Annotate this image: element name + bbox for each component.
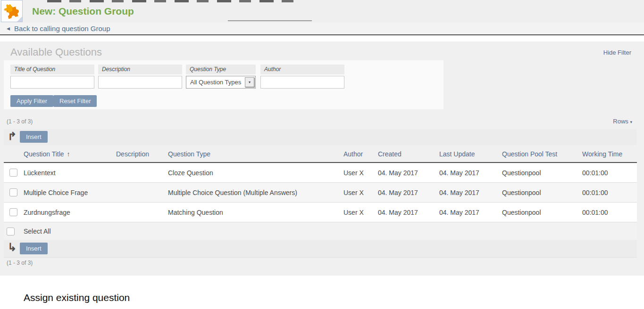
col-question-type[interactable]: Question Type — [165, 150, 341, 158]
insert-bottom-button[interactable]: Insert — [20, 243, 48, 254]
insert-above-arrow-icon: ↱ — [8, 130, 17, 143]
available-questions-panel: Available Questions Hide Filter Title of… — [0, 41, 644, 276]
col-created[interactable]: Created — [375, 150, 436, 158]
col-question-title[interactable]: Question Title↑ — [21, 150, 113, 158]
cell-question-type: Multiple Choice Question (Multiple Answe… — [165, 189, 341, 196]
filter-select-question-type[interactable]: All Question Types ▾ — [186, 76, 256, 89]
col-question-pool-test[interactable]: Question Pool Test — [499, 150, 579, 158]
sort-asc-icon: ↑ — [67, 150, 70, 158]
cell-question-pool-test: Questionpool — [499, 169, 579, 177]
cell-question-pool-test: Questionpool — [499, 209, 579, 216]
cell-author: User X — [341, 169, 375, 177]
questions-table: Question Title↑ Description Question Typ… — [4, 146, 637, 222]
filter-label-title: Title of Question — [10, 65, 94, 74]
pagination-top: (1 - 3 of 3) — [7, 118, 33, 125]
insert-toolbar-bottom: ↳ Insert — [4, 240, 637, 257]
select-all-row: Select All — [4, 223, 637, 240]
insert-top-button[interactable]: Insert — [20, 131, 48, 143]
filter-card: Title of Question Description Question T… — [4, 60, 443, 109]
rows-selector[interactable]: Rows ▾ — [613, 118, 632, 125]
row-checkbox[interactable] — [9, 188, 17, 196]
cell-title: Zurdnungsfrage — [21, 209, 113, 216]
section-title: Available Questions — [10, 46, 102, 58]
cell-last-update: 04. May 2017 — [436, 189, 499, 196]
col-working-time[interactable]: Working Time — [579, 150, 637, 158]
filter-label-author: Author — [260, 65, 344, 74]
cell-last-update: 04. May 2017 — [436, 169, 499, 177]
cropped-text-remnant — [47, 0, 293, 2]
underline-remnant — [228, 20, 312, 21]
filter-input-author[interactable] — [260, 76, 344, 89]
table-row: Lückentext Cloze Question User X 04. May… — [4, 163, 637, 183]
cell-created: 04. May 2017 — [375, 189, 436, 196]
cell-title: Multiple Choice Frage — [21, 189, 113, 196]
col-last-update[interactable]: Last Update — [436, 150, 499, 158]
cell-author: User X — [341, 209, 375, 216]
cell-working-time: 00:01:00 — [579, 189, 637, 196]
cell-question-pool-test: Questionpool — [499, 189, 579, 196]
insert-below-arrow-icon: ↳ — [8, 241, 17, 254]
back-link[interactable]: ◂Back to calling question Group — [7, 24, 110, 33]
table-row: Zurdnungsfrage Matching Question User X … — [4, 203, 637, 222]
select-all-label: Select All — [24, 228, 51, 235]
back-link-label: Back to calling question Group — [14, 24, 110, 33]
apply-filter-button[interactable]: Apply Filter — [10, 95, 53, 107]
reset-filter-button[interactable]: Reset Filter — [53, 95, 97, 107]
table-row: Multiple Choice Frage Multiple Choice Qu… — [4, 183, 637, 203]
screen: New: Question Group ◂Back to calling que… — [0, 0, 644, 309]
page-title: New: Question Group — [32, 6, 134, 17]
cell-last-update: 04. May 2017 — [436, 209, 499, 216]
chevron-down-icon: ▾ — [249, 80, 251, 84]
col-description[interactable]: Description — [113, 150, 165, 158]
row-checkbox[interactable] — [9, 208, 17, 216]
filter-label-description: Description — [98, 65, 182, 74]
footer-divider — [4, 257, 637, 258]
dropdown-button[interactable]: ▾ — [245, 77, 254, 87]
col-author[interactable]: Author — [341, 150, 375, 158]
caption-assign-existing-question: Assign existing question — [24, 292, 130, 303]
back-chevron-icon: ◂ — [7, 24, 10, 32]
insert-toolbar-top: ↱ Insert — [4, 129, 637, 145]
selected-question-type: All Question Types — [186, 79, 245, 86]
question-group-icon — [1, 0, 23, 22]
cell-working-time: 00:01:00 — [579, 169, 637, 177]
rows-label: Rows — [613, 118, 628, 125]
filter-label-question-type: Question Type — [186, 65, 256, 74]
page-fold-corner — [17, 16, 22, 22]
filter-input-description[interactable] — [98, 76, 182, 89]
cell-created: 04. May 2017 — [375, 169, 436, 177]
cell-created: 04. May 2017 — [375, 209, 436, 216]
table-header-row: Question Title↑ Description Question Typ… — [4, 146, 637, 163]
hide-filter-link[interactable]: Hide Filter — [603, 49, 631, 56]
chevron-down-icon: ▾ — [630, 120, 632, 124]
cell-working-time: 00:01:00 — [579, 209, 637, 216]
cell-question-type: Cloze Question — [165, 169, 341, 177]
row-checkbox[interactable] — [9, 169, 17, 177]
header-divider — [0, 34, 644, 35]
cell-title: Lückentext — [21, 169, 113, 177]
cell-question-type: Matching Question — [165, 209, 341, 216]
filter-input-title[interactable] — [10, 76, 94, 89]
pagination-bottom: (1 - 3 of 3) — [7, 260, 33, 266]
cell-author: User X — [341, 189, 375, 196]
select-all-checkbox[interactable] — [7, 228, 15, 236]
